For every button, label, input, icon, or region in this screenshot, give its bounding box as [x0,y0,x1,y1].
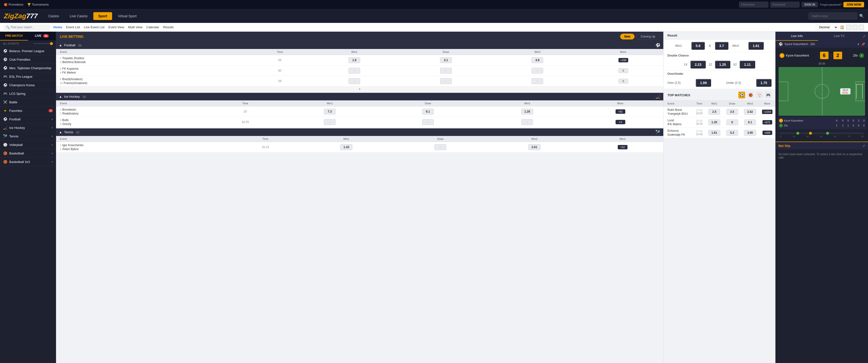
sidebar-item-tennis[interactable]: 🎾 Tennis ▾ [0,132,56,140]
tab-virtual-sport[interactable]: Virtual Sport [113,12,142,20]
sidebar-item-basketball3x3[interactable]: 🏀 Basketball 3x3 ▾ [0,158,56,166]
basketball-filter-icon[interactable]: 🏀 [747,92,754,98]
draw-odds-btn[interactable]: 3.1 [440,57,452,63]
dc-1x-btn[interactable]: 2.23 [690,61,706,68]
draw-hockey-dash[interactable]: - [422,119,434,125]
compact-view-icon[interactable]: ▦ [859,25,864,30]
password-input[interactable] [770,2,800,7]
more-btn[interactable]: +298 [618,58,628,62]
win1-odds-btn[interactable]: 1.9 [348,57,360,63]
join-button[interactable]: JOIN NOW [843,2,864,7]
dc-12-btn[interactable]: 1.25 [715,61,730,68]
tennis-section-header[interactable]: ▲ Tennis (2) 🎾 [56,128,663,136]
sidebar-item-belarus[interactable]: ⚽ Belarus. Premier League [0,47,56,55]
draw-hockey-btn[interactable]: 6.1 [422,109,434,114]
now-tab[interactable]: Now [620,34,634,39]
tab-live-casino[interactable]: Live Casino [65,12,92,20]
win2-tm3-btn[interactable]: 3.85 [744,130,756,136]
win2-result-btn[interactable]: 1.61 [748,42,764,50]
expand-icon[interactable]: ⤢ [861,32,868,40]
win2-tennis-btn[interactable]: 2.61 [528,144,540,150]
sidebar-item-friendlies[interactable]: ⚽ Club Friendlies [0,55,56,64]
grid-view-icon[interactable]: ⊞ [852,25,858,30]
sidebar-item-favorites[interactable]: ★ Favorites 0 [0,106,56,115]
ice-hockey-section-header[interactable]: ▲ Ice Hockey (2) 🏒 [56,93,663,100]
win2-hockey-btn[interactable]: 1.28 [521,109,533,114]
forgot-password-link[interactable]: Forgot password? [820,3,841,6]
football-filter-icon[interactable]: ⚽ [738,92,745,98]
nav-home[interactable]: Home [53,25,62,29]
win2-dash-btn[interactable]: - [531,68,543,73]
sidebar-item-battle[interactable]: ⚔️ Battle [0,98,56,106]
coming-up-tab[interactable]: Coming Up [637,34,659,39]
live-tab[interactable]: LIVE 31 [28,32,56,40]
sidebar-item-football[interactable]: ⚽ Football ▾ [0,115,56,124]
over-btn[interactable]: 1.99 [696,79,711,87]
sidebar-item-esl[interactable]: 🎮 ESL Pro League [0,72,56,81]
dc-x2-btn[interactable]: 1.11 [740,61,755,68]
decimal-dropdown[interactable]: Decimal Fractional American [816,25,838,30]
win1-dash-btn[interactable]: - [348,68,360,73]
live-tv-tab[interactable]: Live TV [818,32,861,41]
promotions-link[interactable]: 🎁 Promotions [4,3,23,6]
nav-calendar[interactable]: Calendar [147,25,159,29]
more-hockey-btn[interactable]: +82 [616,109,625,114]
sidebar-item-ice-hockey[interactable]: 🏒 Ice Hockey ▾ [0,124,56,132]
pin-icon[interactable]: 📌 [861,42,865,46]
x-result-btn[interactable]: 3.7 [715,42,728,50]
baseball-filter-icon[interactable]: ⚾ [756,92,763,98]
more-btn-2[interactable]: 0 [618,68,628,73]
draw-tm3-btn[interactable]: 5.2 [726,130,738,136]
win1-dash-btn-2[interactable]: - [348,78,360,84]
nav-multi-view[interactable]: Multi View [128,25,143,29]
nav-event-list[interactable]: Event List [66,25,80,29]
signin-button[interactable]: SIGN IN [802,2,818,7]
esport-filter-icon[interactable]: 🎮 [765,92,772,98]
win1-tm3-btn[interactable]: 1.61 [708,130,720,136]
sidebar-item-volleyball[interactable]: 🏐 Volleyball ▾ [0,140,56,149]
game-search-input[interactable] [809,12,857,20]
more-tennis-btn[interactable]: +52 [618,145,627,149]
more-tm2-btn[interactable]: +671 [763,120,772,125]
sidebar-item-basketball[interactable]: 🏀 Basketball ▾ [0,149,56,158]
win1-hockey-dash[interactable]: - [324,119,336,125]
events-slider[interactable] [33,43,53,44]
more-tm3-btn[interactable]: +689 [763,131,772,135]
football-section-header[interactable]: ▲ Football (9) ⚽ [56,41,663,49]
nav-event-view[interactable]: Event View [108,25,124,29]
sidebar-item-champions-korea[interactable]: ⚽ Champions Korea [0,81,56,90]
win1-result-btn[interactable]: 5.8 [691,42,705,50]
live-info-tab[interactable]: Live Info [776,32,818,41]
nav-live-event-list[interactable]: Live Event List [84,25,104,29]
win2-tm1-btn[interactable]: 2.62 [744,109,756,115]
win1-hockey-btn[interactable]: 7.3 [324,109,336,114]
draw-tm2-btn[interactable]: 6 [726,120,738,125]
expand-bet-slip-icon[interactable]: ⤢ [862,144,865,147]
draw-dash-btn-2[interactable]: - [440,78,452,84]
draw-dash-btn[interactable]: - [440,68,452,73]
draw-tm1-btn[interactable]: 3.5 [726,109,738,115]
win1-tm1-btn[interactable]: 2.5 [708,109,720,115]
win1-tm2-btn[interactable]: 1.35 [708,120,720,125]
tab-casino[interactable]: Casino [43,12,64,20]
prematch-tab[interactable]: PRE-MATCH [0,32,28,40]
tournaments-link[interactable]: 🏆 Tournaments [27,3,49,6]
win1-tennis-btn[interactable]: 1.43 [340,144,352,150]
more-btn-3[interactable]: 0 [618,79,628,84]
more-hockey-btn-2[interactable]: +4 [616,120,625,124]
sidebar-item-lcs[interactable]: 🎮 LCS Spring [0,90,56,98]
sidebar-item-tajikistan[interactable]: ⚽ Men. Tajikistan Championship [0,64,56,72]
win2-hockey-dash[interactable]: - [521,119,533,125]
tab-sport[interactable]: Sport [93,12,112,20]
username-input[interactable] [739,2,768,7]
nav-results[interactable]: Results [163,25,174,29]
win2-dash-btn-2[interactable]: - [531,78,543,84]
list-view-icon[interactable]: ☰ [846,25,851,30]
more-tm1-btn[interactable]: +1044 [762,110,773,114]
under-btn[interactable]: 1.75 [756,79,772,87]
match-search-input[interactable] [11,26,47,29]
win2-odds-btn[interactable]: 4.9 [531,57,543,63]
draw-tennis-dash[interactable]: - [434,144,446,150]
win2-tm2-btn[interactable]: 6.1 [744,120,756,125]
collapse-football[interactable]: ▾ [56,87,663,92]
